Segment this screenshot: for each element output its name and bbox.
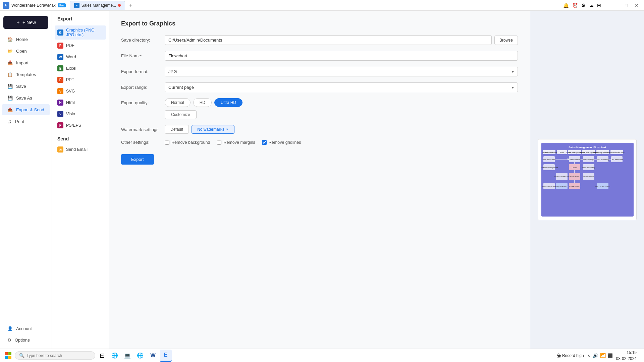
window-controls: — □ ✕ — [611, 2, 641, 9]
maximize-button[interactable]: □ — [623, 2, 631, 9]
bell-icon[interactable]: 🔔 — [563, 3, 569, 8]
form-title: Export to Graphics — [121, 20, 518, 27]
cloud-icon[interactable]: ☁ — [589, 3, 594, 8]
export-option-pseps[interactable]: P PS/EPS — [55, 120, 106, 131]
svg-rect-55 — [8, 356, 11, 359]
export-quality-row: Export quality: Normal HD Ultra HD Custo… — [121, 98, 518, 119]
file-name-input[interactable] — [165, 51, 518, 61]
sidebar-item-save-as[interactable]: 💾 Save As — [2, 93, 50, 104]
sidebar-item-home[interactable]: 🏠 Home — [2, 34, 50, 45]
preview-card: Sales Management Flowchart Client Inform… — [538, 139, 637, 220]
export-option-html[interactable]: H Html — [55, 97, 106, 108]
app-name: Wondershare EdrawMax — [11, 3, 56, 8]
weather-widget[interactable]: 🌦 Record high — [557, 353, 584, 358]
watermark-none-button[interactable]: No watermarks ▼ — [192, 125, 234, 134]
word-icon: W — [57, 54, 63, 60]
edrawmax-taskbar-button[interactable]: E — [160, 350, 172, 362]
export-format-select[interactable]: JPG PNG BMP GIF TIFF — [165, 67, 518, 76]
sidebar-item-import[interactable]: 📥 Import — [2, 57, 50, 68]
export-range-select[interactable]: Current page All pages Selected pages — [165, 82, 518, 92]
svg-text:Plan: Plan — [560, 152, 564, 154]
speaker-icon[interactable]: 🔊 — [592, 353, 598, 358]
settings-icon[interactable]: ⚙ — [581, 3, 586, 8]
taskview-button[interactable]: ⊟ — [96, 350, 108, 362]
svg-text:Product additions: Product additions — [568, 159, 581, 161]
taskbar: 🔍 ⊟ 🌐 💻 🌐 W E 🌦 Record high ∧ 🔊 📶 ⬛ 15:1… — [0, 349, 644, 362]
watermark-default-button[interactable]: Default — [165, 125, 189, 134]
battery-icon[interactable]: ⬛ — [608, 353, 613, 358]
network-icon[interactable]: 📶 — [600, 353, 606, 358]
svg-text:Orders: Orders — [572, 167, 577, 169]
taskbar-search[interactable]: 🔍 — [15, 351, 95, 360]
tray-up-arrow[interactable]: ∧ — [587, 353, 590, 358]
new-button[interactable]: ＋ + New — [3, 16, 48, 29]
chrome-button[interactable]: 🌐 — [134, 350, 146, 362]
svg-rect-52 — [5, 352, 8, 355]
sidebar-item-save[interactable]: 💾 Save — [2, 81, 50, 92]
home-icon: 🏠 — [7, 37, 13, 42]
svg-text:Sales Management Flowchart: Sales Management Flowchart — [569, 146, 606, 149]
close-button[interactable]: ✕ — [632, 2, 641, 9]
export-quality-label: Export quality: — [121, 98, 165, 105]
export-option-ppt[interactable]: P PPT — [55, 74, 106, 85]
export-option-word[interactable]: W Word — [55, 52, 106, 62]
options-icon: ⚙ — [7, 338, 11, 343]
export-option-visio[interactable]: V Visio — [55, 109, 106, 119]
sidebar-item-templates[interactable]: 📋 Templates — [2, 69, 50, 80]
start-button[interactable] — [2, 350, 14, 362]
svg-text:Client Informations: Client Informations — [541, 152, 557, 154]
export-submit-button[interactable]: Export — [121, 154, 154, 165]
grid-icon[interactable]: ⊞ — [597, 3, 601, 8]
svg-text:Cost automation: Cost automation — [611, 159, 623, 161]
app-logo: E Wondershare EdrawMax Pro — [3, 2, 66, 9]
remove-margins-checkbox[interactable]: Remove margins — [217, 140, 255, 145]
svg-text:Receivable Costs: Receivable Costs — [609, 152, 625, 154]
sidebar-item-print[interactable]: 🖨 Print — [2, 116, 50, 127]
quality-hd-button[interactable]: HD — [193, 98, 212, 107]
sidebar-item-export-send[interactable]: 📤 Export & Send — [2, 104, 50, 115]
svg-text:Stock accounting: Stock accounting — [582, 167, 595, 169]
search-input[interactable] — [26, 353, 87, 358]
flowchart-preview-svg: Sales Management Flowchart Client Inform… — [541, 143, 634, 217]
remove-gridlines-checkbox[interactable]: Remove gridlines — [262, 140, 301, 145]
history-icon[interactable]: ⏰ — [572, 3, 578, 8]
minimize-button[interactable]: — — [611, 2, 621, 9]
quality-ultrahd-button[interactable]: Ultra HD — [214, 98, 243, 107]
explorer-button[interactable]: 💻 — [121, 350, 133, 362]
export-icon: 📤 — [7, 107, 13, 112]
export-option-graphics[interactable]: G Graphics (PNG, JPG etc.) — [55, 25, 106, 40]
other-settings-label: Other settings: — [121, 140, 165, 145]
weather-icon: 🌦 — [557, 353, 561, 358]
clock[interactable]: 15:19 08-02-2024 — [616, 350, 637, 362]
watermark-label: Watermark settings: — [121, 127, 165, 132]
sidebar-item-options[interactable]: ⚙ Options — [2, 335, 50, 346]
browse-button[interactable]: Browse — [494, 36, 518, 45]
new-tab-button[interactable]: + — [126, 2, 135, 9]
export-option-pdf[interactable]: P PDF — [55, 40, 106, 51]
top-tray: 🔔 ⏰ ⚙ ☁ ⊞ — [560, 0, 604, 11]
save-directory-input[interactable] — [165, 35, 492, 45]
show-desktop-button[interactable] — [640, 350, 642, 361]
save-directory-row: Save directory: Browse — [121, 35, 518, 45]
html-icon: H — [57, 100, 63, 106]
remove-background-checkbox[interactable]: Remove background — [165, 140, 210, 145]
word-taskbar-button[interactable]: W — [147, 350, 159, 362]
active-tab[interactable]: E Sales Manageme... — [70, 1, 125, 10]
send-option-email[interactable]: ✉ Send Email — [55, 144, 106, 155]
sidebar-item-account[interactable]: 👤 Account — [2, 323, 50, 334]
pdf-icon: P — [57, 43, 63, 49]
export-format-row: Export format: JPG PNG BMP GIF TIFF ▼ — [121, 67, 518, 76]
customize-button[interactable]: Customize — [165, 110, 197, 119]
visio-icon: V — [57, 111, 63, 117]
sidebar-item-open[interactable]: 📂 Open — [2, 46, 50, 57]
export-option-svg[interactable]: S SVG — [55, 86, 106, 97]
export-option-excel[interactable]: E Excel — [55, 63, 106, 74]
svg-text:Customer management: Customer management — [541, 167, 558, 169]
tab-title: Sales Manageme... — [82, 3, 116, 8]
templates-icon: 📋 — [7, 72, 13, 77]
print-icon: 🖨 — [7, 119, 12, 124]
excel-icon: E — [57, 65, 63, 71]
svg-icon: S — [57, 88, 63, 94]
edge-button[interactable]: 🌐 — [109, 350, 121, 362]
quality-normal-button[interactable]: Normal — [165, 98, 191, 107]
